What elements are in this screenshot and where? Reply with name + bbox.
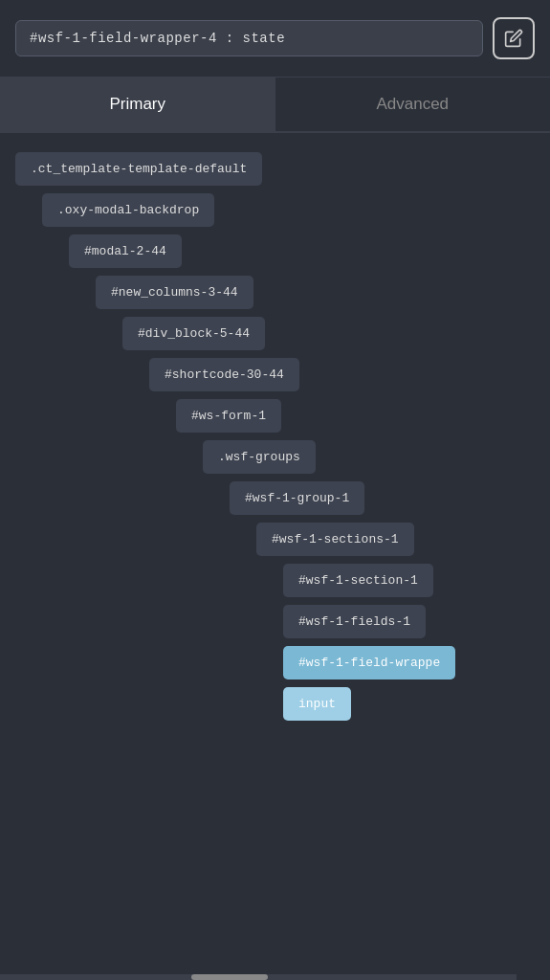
tree-item: #wsf-1-sections-1 <box>15 523 535 556</box>
tabs-container: Primary Advanced <box>0 78 550 133</box>
tree-item: #ws-form-1 <box>15 399 535 433</box>
scrollbar-track[interactable] <box>0 974 517 980</box>
tree-node-7[interactable]: .wsf-groups <box>203 440 316 474</box>
tree-node-5[interactable]: #shortcode-30-44 <box>149 358 299 391</box>
tab-advanced[interactable]: Advanced <box>275 78 551 131</box>
tree-node-4[interactable]: #div_block-5-44 <box>122 317 265 350</box>
tree-node-9[interactable]: #wsf-1-sections-1 <box>256 523 414 556</box>
tree-item: .ct_template-template-default <box>15 152 535 186</box>
tree-node-11[interactable]: #wsf-1-fields-1 <box>283 605 426 638</box>
tree-item: #wsf-1-fields-1 <box>15 605 535 638</box>
tree-node-13[interactable]: input <box>283 687 351 721</box>
tree-item: #modal-2-44 <box>15 234 535 268</box>
tree-node-12[interactable]: #wsf-1-field-wrappe <box>283 646 455 679</box>
tree-item: #div_block-5-44 <box>15 317 535 350</box>
tree-container: .ct_template-template-default.oxy-modal-… <box>0 133 550 747</box>
tree-node-2[interactable]: #modal-2-44 <box>69 234 182 268</box>
tree-item: .wsf-groups <box>15 440 535 474</box>
tree-node-0[interactable]: .ct_template-template-default <box>15 152 262 186</box>
tree-item: #wsf-1-field-wrappe <box>15 646 535 679</box>
tree-item: .oxy-modal-backdrop <box>15 193 535 227</box>
tree-node-10[interactable]: #wsf-1-section-1 <box>283 564 433 597</box>
tree-node-1[interactable]: .oxy-modal-backdrop <box>42 193 214 227</box>
tree-node-3[interactable]: #new_columns-3-44 <box>96 276 253 309</box>
top-bar: #wsf-1-field-wrapper-4 : state <box>0 0 550 78</box>
tree-item: input <box>15 687 535 721</box>
tree-item: #new_columns-3-44 <box>15 276 535 309</box>
tree-item: #wsf-1-group-1 <box>15 481 535 515</box>
tab-primary[interactable]: Primary <box>0 78 275 133</box>
scrollbar-thumb <box>191 974 268 980</box>
edit-button[interactable] <box>493 17 535 59</box>
pencil-icon <box>504 29 523 48</box>
selector-display: #wsf-1-field-wrapper-4 : state <box>15 20 483 56</box>
tree-node-8[interactable]: #wsf-1-group-1 <box>230 481 364 515</box>
tree-node-6[interactable]: #ws-form-1 <box>176 399 281 433</box>
tree-item: #wsf-1-section-1 <box>15 564 535 597</box>
tree-item: #shortcode-30-44 <box>15 358 535 391</box>
